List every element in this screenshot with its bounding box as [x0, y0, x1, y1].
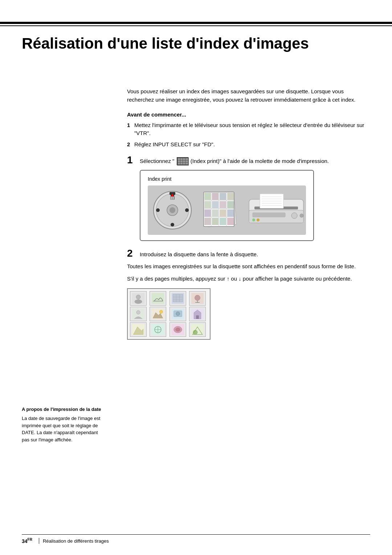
illustration-content [148, 185, 306, 235]
svg-point-62 [291, 213, 297, 219]
svg-rect-50 [212, 218, 219, 225]
svg-rect-47 [220, 209, 226, 217]
svg-rect-70 [152, 293, 164, 304]
page: Réalisation d'une liste d'index d'images… [0, 0, 392, 555]
svg-point-79 [195, 295, 200, 301]
side-note-text: La date de sauvegarde de l'image est imp… [22, 415, 105, 443]
svg-rect-6 [180, 160, 183, 162]
top-border-thick [0, 22, 392, 24]
illustration-label: Index print [148, 176, 306, 182]
right-column: Vous pouvez réaliser un index des images… [116, 87, 370, 347]
svg-point-69 [135, 299, 142, 304]
svg-point-63 [300, 214, 303, 217]
prereq-num-2: 2 [127, 140, 134, 149]
thumb-cell-3-3 [170, 322, 186, 337]
svg-rect-49 [204, 218, 211, 225]
step-1-number: 1 [127, 155, 140, 165]
svg-rect-2 [180, 158, 183, 160]
svg-point-83 [136, 310, 140, 314]
thumb-cell-3-2 [150, 322, 166, 337]
thumb-cell-3-4 [189, 322, 206, 337]
footer-page-number: 34FR [22, 538, 32, 544]
svg-rect-73 [173, 294, 183, 302]
svg-rect-37 [204, 193, 211, 200]
svg-rect-45 [204, 209, 211, 217]
thumb-cell-2-2 [150, 307, 166, 321]
step-2-sub2: S'il y a des pages multiples, appuyez su… [127, 274, 370, 283]
thumb-cell-1-3 [170, 291, 186, 306]
content-layout: Vous pouvez réaliser un index des images… [22, 87, 370, 347]
before-begin-title: Avant de commencer... [127, 111, 370, 118]
step-1-header: 1 Sélectionnez " [127, 155, 370, 166]
svg-point-18 [185, 208, 189, 212]
svg-rect-3 [183, 158, 185, 160]
svg-point-88 [176, 312, 180, 316]
svg-rect-11 [183, 163, 185, 164]
svg-rect-42 [212, 201, 219, 208]
printer-device [247, 190, 305, 230]
svg-point-16 [171, 223, 174, 227]
step-1-text: Sélectionnez " [140, 155, 370, 166]
footer-text: Réalisation de différents tirages [43, 538, 109, 544]
svg-rect-40 [227, 193, 234, 200]
side-note: A propos de l'impression de la date La d… [22, 407, 105, 443]
footer-divider [39, 538, 39, 544]
svg-rect-1 [178, 158, 180, 160]
before-begin-section: Avant de commencer... 1 Mettez l'imprima… [127, 111, 370, 149]
svg-rect-52 [227, 218, 234, 225]
index-print-inline-icon [177, 157, 188, 165]
prereq-step-1: 1 Mettez l'imprimante et le téléviseur s… [127, 121, 370, 138]
page-title: Réalisation d'une liste d'index d'images [22, 34, 370, 53]
thumb-cell-2-1 [130, 307, 147, 321]
svg-rect-10 [180, 163, 183, 164]
left-column [22, 87, 116, 347]
index-print-paper [197, 190, 244, 230]
svg-point-85 [160, 310, 163, 313]
svg-rect-64 [253, 213, 285, 217]
thumb-cell-2-3 [170, 307, 186, 321]
svg-rect-38 [212, 193, 219, 200]
thumb-cell-1-4 [189, 291, 206, 306]
illustration-box: Index print [140, 170, 314, 241]
svg-rect-5 [178, 160, 180, 162]
svg-point-68 [136, 295, 140, 299]
svg-rect-8 [185, 160, 188, 162]
svg-rect-4 [185, 158, 188, 160]
svg-point-66 [257, 219, 260, 221]
svg-rect-9 [178, 163, 180, 164]
top-border-thin [0, 25, 392, 26]
step-2-sub1: Toutes les images enregistrées sur la di… [127, 262, 370, 270]
svg-rect-48 [227, 209, 234, 217]
side-note-title: A propos de l'impression de la date [22, 407, 105, 412]
svg-rect-7 [183, 160, 185, 162]
svg-point-20 [170, 207, 175, 213]
svg-rect-24 [172, 197, 174, 198]
thumbnail-grid [127, 288, 211, 340]
step-2-main-text: Introduisez la disquette dans la fente à… [140, 248, 370, 258]
svg-rect-12 [185, 163, 188, 164]
svg-point-65 [252, 219, 255, 221]
prereq-num-1: 1 [127, 121, 134, 138]
step-1-section: 1 Sélectionnez " [127, 155, 370, 241]
prereq-text-1: Mettez l'imprimante et le téléviseur sou… [134, 121, 370, 138]
prereq-text-2: Réglez INPUT SELECT sur "FD". [134, 140, 370, 149]
thumb-cell-3-1 [130, 322, 147, 337]
step-2-number: 2 [127, 248, 140, 258]
thumb-cell-1-2 [150, 291, 166, 306]
svg-rect-51 [220, 218, 226, 225]
footer: 34FR Réalisation de différents tirages [22, 534, 370, 544]
svg-rect-25 [171, 198, 172, 199]
mode-dial-device [151, 188, 194, 232]
svg-point-98 [176, 328, 180, 331]
svg-rect-46 [212, 209, 219, 217]
svg-rect-43 [220, 201, 226, 208]
prereq-step-2: 2 Réglez INPUT SELECT sur "FD". [127, 140, 370, 149]
intro-paragraph: Vous pouvez réaliser un index des images… [127, 87, 370, 104]
svg-rect-41 [204, 201, 211, 208]
svg-rect-44 [227, 201, 234, 208]
thumb-cell-2-4 [189, 307, 206, 321]
step-2-section: 2 Introduisez la disquette dans la fente… [127, 248, 370, 340]
step-2-header: 2 Introduisez la disquette dans la fente… [127, 248, 370, 258]
title-section: Réalisation d'une liste d'index d'images [22, 29, 370, 53]
svg-rect-23 [171, 197, 172, 198]
